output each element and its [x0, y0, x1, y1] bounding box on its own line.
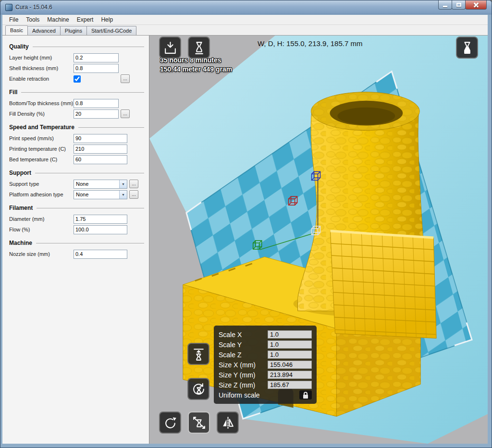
setting-row-bottom-top-thickness: Bottom/Top thickness (mm) [2, 98, 149, 109]
menu-bar: File Tools Machine Expert Help [2, 15, 488, 25]
load-model-icon [163, 40, 178, 55]
model-roof [330, 231, 436, 338]
rotate-tool-button[interactable] [159, 412, 181, 434]
size-y-input[interactable] [268, 371, 312, 379]
setting-row-bed-temperature: Bed temperature (C) [2, 154, 149, 165]
material-usage-text: 150.44 meter 449 gram [160, 65, 232, 74]
uniform-scale-lock-button[interactable] [299, 390, 312, 400]
filament-flow-input[interactable] [74, 225, 127, 234]
section-header-filament: Filament [9, 205, 144, 211]
settings-panel: Quality Layer height (mm) Shell thicknes… [2, 36, 149, 444]
filament-diameter-input[interactable] [74, 215, 127, 224]
tab-start-end-gcode[interactable]: Start/End-GCode [86, 26, 136, 35]
setting-row-enable-retraction: Enable retraction ... [2, 73, 149, 84]
close-button[interactable] [465, 0, 487, 10]
section-title: Support [9, 170, 31, 176]
bottom-top-thickness-input[interactable] [74, 99, 119, 108]
title-bar[interactable]: Cura - 15.04.6 [0, 0, 492, 14]
setting-label: Bottom/Top thickness (mm) [9, 100, 74, 106]
model-tower-rim [311, 92, 420, 131]
uniform-scale-row: Uniform scale [219, 390, 312, 400]
size-y-label: Size Y (mm) [219, 371, 268, 379]
printing-temperature-input[interactable] [74, 145, 127, 154]
maximize-button[interactable] [452, 0, 466, 10]
scale-x-row: Scale X [219, 329, 312, 339]
size-x-label: Size X (mm) [219, 361, 268, 369]
uniform-scale-label: Uniform scale [219, 391, 295, 399]
setting-label: Diameter (mm) [9, 216, 74, 222]
fill-density-input[interactable] [74, 109, 119, 119]
setting-row-printing-temperature: Printing temperature (C) [2, 144, 149, 154]
3d-viewport[interactable]: 35 hours 8 minutes 150.44 meter 449 gram… [149, 36, 488, 444]
section-rule [37, 208, 144, 208]
load-model-button[interactable] [159, 36, 181, 59]
platform-adhesion-select[interactable]: None ▼ [74, 190, 127, 199]
enable-retraction-checkbox[interactable] [74, 75, 81, 83]
fill-density-more-button[interactable]: ... [121, 109, 130, 118]
support-type-more-button[interactable]: ... [129, 180, 138, 188]
scale-x-label: Scale X [219, 331, 268, 339]
print-speed-input[interactable] [74, 134, 127, 143]
tab-advanced[interactable]: Advanced [27, 26, 61, 35]
view-mode-button[interactable] [456, 36, 478, 59]
save-toolpath-button[interactable] [188, 36, 210, 59]
tab-basic[interactable]: Basic [5, 25, 28, 35]
section-rule [78, 127, 144, 128]
scale-tool-button[interactable] [188, 412, 210, 434]
size-x-input[interactable] [268, 361, 312, 369]
size-z-input[interactable] [268, 381, 312, 389]
minimize-button[interactable] [438, 0, 452, 10]
cura-window: Cura - 15.04.6 File Tools Machine Expert… [0, 0, 492, 448]
setting-label: Fill Density (%) [9, 111, 74, 117]
section-title: Filament [9, 205, 33, 211]
size-z-label: Size Z (mm) [219, 381, 268, 389]
section-title: Quality [9, 43, 29, 50]
shell-thickness-input[interactable] [74, 64, 119, 73]
mirror-tool-button[interactable] [217, 412, 239, 434]
scale-to-max-button[interactable] [187, 343, 209, 365]
window-title: Cura - 15.04.6 [15, 4, 52, 11]
support-type-select[interactable]: None ▼ [74, 180, 127, 189]
scale-y-label: Scale Y [219, 341, 268, 349]
minimize-icon [443, 6, 447, 7]
menu-tools[interactable]: Tools [22, 15, 43, 24]
lock-icon [303, 392, 308, 399]
reset-scale-button[interactable] [187, 378, 209, 400]
section-header-fill: Fill [9, 89, 144, 96]
menu-file[interactable]: File [5, 15, 22, 24]
model-dimensions-text: W, D, H: 155.0, 213.9, 185.7 mm [258, 39, 362, 48]
chevron-down-icon: ▼ [119, 191, 127, 199]
size-y-row: Size Y (mm) [219, 370, 312, 380]
retraction-more-button[interactable]: ... [121, 74, 130, 83]
rotate-tool-icon [163, 415, 178, 430]
scale-y-input[interactable] [268, 340, 312, 349]
scale-x-input[interactable] [268, 330, 312, 339]
nozzle-size-input[interactable] [74, 250, 127, 259]
platform-adhesion-more-button[interactable]: ... [129, 190, 138, 199]
scale-panel: Scale X Scale Y Scale Z Size X (mm) [214, 326, 317, 404]
size-z-row: Size Z (mm) [219, 380, 312, 390]
bed-temperature-input[interactable] [74, 155, 127, 164]
setting-label: Bed temperature (C) [9, 157, 74, 162]
menu-expert[interactable]: Expert [73, 15, 98, 24]
scale-to-max-icon [191, 347, 206, 362]
support-type-value: None [76, 181, 88, 187]
setting-row-support-type: Support type None ▼ ... [2, 179, 149, 189]
client-area: File Tools Machine Expert Help Basic Adv… [2, 15, 488, 444]
menu-help[interactable]: Help [97, 15, 117, 24]
scale-z-row: Scale Z [219, 350, 312, 360]
app-icon [5, 4, 12, 11]
setting-row-print-speed: Print speed (mm/s) [2, 133, 149, 144]
scale-z-input[interactable] [268, 351, 312, 359]
scale-y-row: Scale Y [219, 339, 312, 350]
section-header-machine: Machine [9, 240, 144, 246]
layer-height-input[interactable] [74, 53, 119, 62]
section-rule [21, 92, 144, 93]
setting-label: Shell thickness (mm) [9, 65, 74, 71]
section-header-speed-temperature: Speed and Temperature [9, 124, 144, 131]
menu-machine[interactable]: Machine [43, 15, 73, 24]
setting-label: Printing temperature (C) [9, 146, 74, 152]
reset-scale-icon [191, 382, 206, 397]
setting-label: Enable retraction [9, 76, 74, 82]
tab-plugins[interactable]: Plugins [60, 26, 87, 35]
